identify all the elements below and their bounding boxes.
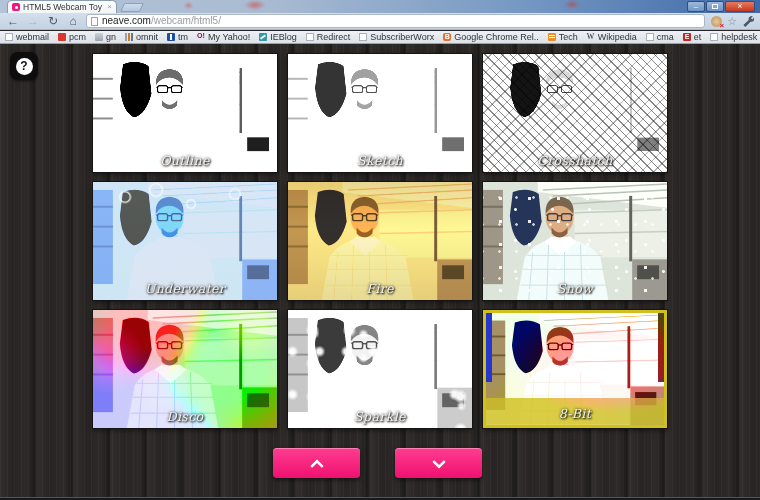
bookmark-item[interactable]: omnit	[125, 32, 158, 42]
previous-effects-button[interactable]	[273, 448, 360, 478]
bookmark-label: helpdesk	[721, 32, 757, 42]
bookmark-item[interactable]: et	[683, 32, 702, 42]
maximize-icon	[712, 4, 718, 9]
recording-artifact	[184, 2, 193, 9]
page-icon	[306, 33, 314, 41]
home-button[interactable]: ⌂	[66, 15, 80, 27]
bookmark-label: webmail	[16, 32, 49, 42]
webcam-scene	[93, 54, 277, 172]
page-icon	[646, 33, 654, 41]
bookmark-item[interactable]: pcm	[58, 32, 86, 42]
recording-artifact	[244, 0, 266, 10]
effect-tile-sketch[interactable]: Sketch	[288, 54, 472, 172]
bookmark-label: pcm	[69, 32, 86, 42]
effect-tile-snow[interactable]: Snow	[483, 182, 667, 300]
bookmark-label: Wikipedia	[598, 32, 637, 42]
bookmark-item[interactable]: helpdesk	[710, 32, 757, 42]
browser-toolbar: ← → ↻ ⌂ neave.com/webcam/html5/ ☆	[0, 13, 760, 30]
blocked-content-icon[interactable]	[711, 16, 722, 27]
webcam-scene	[483, 182, 667, 300]
chart-icon	[125, 33, 133, 41]
bookmark-item[interactable]: Tech	[548, 32, 578, 42]
chevron-up-icon	[310, 459, 323, 468]
bookmarks-bar: webmailpcmgnomnittmMy Yahoo!IEBlogRedire…	[0, 31, 760, 44]
recording-artifact	[564, 0, 580, 9]
tab-title: HTML5 Webcam Toy	[23, 2, 104, 12]
tab-close-icon[interactable]: ×	[107, 3, 112, 11]
browser-window: HTML5 Webcam Toy × – × ← → ↻ ⌂ neave.com…	[0, 0, 760, 500]
effect-tile-disco[interactable]: Disco	[93, 310, 277, 428]
bookmark-item[interactable]: webmail	[5, 32, 49, 42]
bookmark-label: gn	[106, 32, 116, 42]
yahoo-icon	[197, 33, 205, 41]
effect-tile-crosshatch[interactable]: Crosshatch	[483, 54, 667, 172]
webcam-scene	[93, 182, 277, 300]
reload-button[interactable]: ↻	[46, 15, 60, 27]
webcam-scene	[288, 310, 472, 428]
wikipedia-icon	[587, 33, 595, 41]
bookmark-label: tm	[178, 32, 188, 42]
address-bar[interactable]: neave.com/webcam/html5/	[86, 14, 705, 28]
tab-favicon-icon	[12, 3, 20, 11]
bookmark-label: Redirect	[317, 32, 351, 42]
page-icon	[359, 33, 367, 41]
effect-tile-sparkle[interactable]: Sparkle	[288, 310, 472, 428]
tm-icon	[167, 33, 175, 41]
webcam-scene	[93, 310, 277, 428]
bookmark-label: omnit	[136, 32, 158, 42]
back-button[interactable]: ←	[6, 15, 20, 27]
page-icon	[5, 33, 13, 41]
effect-tile-bit8[interactable]: 8-Bit	[483, 310, 667, 428]
title-bar: HTML5 Webcam Toy × – ×	[0, 0, 760, 13]
bookmark-item[interactable]: IEBlog	[259, 32, 297, 42]
bookmark-item[interactable]: SubscriberWorx	[359, 32, 434, 42]
bookmark-item[interactable]: gn	[95, 32, 116, 42]
bookmark-item[interactable]: Wikipedia	[587, 32, 637, 42]
chevron-down-icon	[432, 459, 445, 468]
toolbar-right-icons: ☆	[711, 15, 754, 27]
wrench-menu-icon[interactable]	[742, 15, 754, 27]
bookmark-label: Tech	[559, 32, 578, 42]
bookmark-item[interactable]: My Yahoo!	[197, 32, 250, 42]
question-mark-icon: ?	[16, 58, 33, 75]
bookmark-items: webmailpcmgnomnittmMy Yahoo!IEBlogRedire…	[5, 32, 757, 42]
bookmark-star-icon[interactable]: ☆	[727, 16, 737, 27]
next-effects-button[interactable]	[395, 448, 482, 478]
ieblog-icon	[259, 33, 267, 41]
page-icon	[710, 33, 718, 41]
gn-icon	[95, 33, 103, 41]
bookmark-label: cma	[657, 32, 674, 42]
webcam-scene	[486, 313, 664, 425]
effect-tile-underwater[interactable]: Underwater	[93, 182, 277, 300]
effect-tile-outline[interactable]: Outline	[93, 54, 277, 172]
new-tab-button[interactable]	[120, 3, 144, 12]
bookmark-label: My Yahoo!	[208, 32, 250, 42]
close-button[interactable]: ×	[725, 1, 755, 12]
webcam-scene	[288, 54, 472, 172]
webcam-scene	[288, 182, 472, 300]
webcam-toy-page: ? Outline	[0, 44, 760, 497]
effect-tile-fire[interactable]: Fire	[288, 182, 472, 300]
blogger-icon	[443, 33, 451, 41]
bookmark-label: et	[694, 32, 702, 42]
pcm-icon	[58, 33, 66, 41]
help-button[interactable]: ?	[10, 52, 38, 80]
page-icon	[91, 17, 98, 26]
bookmark-item[interactable]: Google Chrome Rel..	[443, 32, 539, 42]
webcam-scene	[483, 54, 667, 172]
effects-grid: Outline Sketch	[93, 54, 667, 428]
bookmark-label: SubscriberWorx	[370, 32, 434, 42]
bookmark-item[interactable]: cma	[646, 32, 674, 42]
bookmark-label: Google Chrome Rel..	[454, 32, 539, 42]
bookmark-label: IEBlog	[270, 32, 297, 42]
maximize-button[interactable]	[706, 1, 724, 12]
browser-tab[interactable]: HTML5 Webcam Toy ×	[7, 0, 117, 13]
bookmark-item[interactable]: tm	[167, 32, 188, 42]
tech-icon	[548, 33, 556, 41]
et-icon	[683, 33, 691, 41]
bookmark-item[interactable]: Redirect	[306, 32, 351, 42]
minimize-button[interactable]: –	[687, 1, 705, 12]
window-controls: – ×	[687, 1, 755, 12]
forward-button[interactable]: →	[26, 15, 40, 27]
url-text: neave.com/webcam/html5/	[102, 16, 221, 26]
